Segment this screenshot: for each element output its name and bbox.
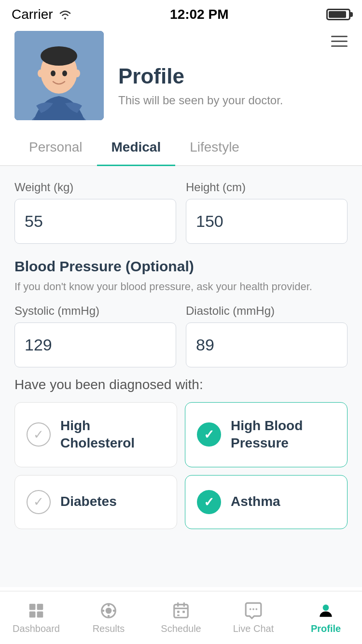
svg-point-15 <box>113 610 115 612</box>
svg-point-17 <box>102 610 105 612</box>
menu-button[interactable] <box>331 36 348 47</box>
results-icon <box>97 601 120 620</box>
svg-point-28 <box>323 604 329 611</box>
avatar <box>14 31 104 120</box>
weight-input[interactable]: 55 <box>14 199 176 244</box>
svg-point-13 <box>106 608 112 614</box>
condition-diabetes[interactable]: ✓ Diabetes <box>14 475 177 529</box>
chat-icon <box>242 601 265 620</box>
weight-group: Weight (kg) 55 <box>14 181 176 244</box>
nav-schedule[interactable]: Schedule <box>145 596 217 639</box>
systolic-label: Systolic (mmHg) <box>14 304 176 318</box>
condition-name-cholesterol: High Cholesterol <box>60 417 165 452</box>
nav-profile-label: Profile <box>311 623 341 634</box>
svg-rect-18 <box>174 604 188 617</box>
svg-rect-11 <box>37 612 43 618</box>
profile-header: Profile This will be seen by your doctor… <box>0 26 362 130</box>
svg-rect-10 <box>29 612 36 618</box>
height-group: Height (cm) 150 <box>186 181 348 244</box>
height-input[interactable]: 150 <box>186 199 348 244</box>
diastolic-label: Diastolic (mmHg) <box>186 304 348 318</box>
svg-point-6 <box>38 70 43 77</box>
svg-rect-24 <box>177 615 180 616</box>
blood-pressure-subtitle: If you don't know your blood pressure, a… <box>14 280 348 294</box>
diagnosis-grid: ✓ High Cholesterol ✓ High Blood Pressure… <box>14 402 348 529</box>
check-circle-diabetes: ✓ <box>27 490 51 514</box>
tab-lifestyle[interactable]: Lifestyle <box>175 130 254 166</box>
nav-profile[interactable]: Profile <box>290 596 362 639</box>
wifi-icon <box>58 9 72 20</box>
systolic-group: Systolic (mmHg) 129 <box>14 304 176 367</box>
tab-medical[interactable]: Medical <box>97 130 176 166</box>
profile-nav-icon <box>315 601 337 620</box>
svg-point-26 <box>252 608 254 610</box>
svg-rect-9 <box>37 604 43 610</box>
systolic-input[interactable]: 129 <box>14 322 176 367</box>
menu-line-2 <box>331 41 348 42</box>
svg-rect-8 <box>29 604 36 610</box>
condition-name-blood-pressure: High Blood Pressure <box>231 417 335 452</box>
diastolic-input[interactable]: 89 <box>186 322 348 367</box>
svg-point-16 <box>108 615 110 617</box>
nav-results[interactable]: Results <box>72 596 145 639</box>
menu-line-1 <box>331 36 348 37</box>
dashboard-icon <box>25 601 47 620</box>
menu-line-3 <box>331 45 348 47</box>
svg-point-7 <box>74 70 80 77</box>
svg-rect-22 <box>177 611 180 613</box>
svg-point-3 <box>41 46 77 66</box>
blood-pressure-title: Blood Pressure (Optional) <box>14 258 348 275</box>
time-display: 12:02 PM <box>170 7 228 22</box>
tab-personal[interactable]: Personal <box>14 130 97 166</box>
tab-bar: Personal Medical Lifestyle <box>0 130 362 166</box>
svg-point-25 <box>250 608 251 610</box>
carrier-text: Carrier <box>12 7 72 22</box>
check-circle-cholesterol: ✓ <box>27 422 51 447</box>
nav-schedule-label: Schedule <box>161 623 201 634</box>
nav-dashboard[interactable]: Dashboard <box>0 596 72 639</box>
condition-high-blood-pressure[interactable]: ✓ High Blood Pressure <box>185 402 348 467</box>
page-title: Profile <box>118 65 348 88</box>
svg-point-4 <box>51 70 56 76</box>
svg-point-14 <box>108 604 110 607</box>
nav-results-label: Results <box>93 623 125 634</box>
svg-rect-23 <box>182 611 185 613</box>
nav-live-chat[interactable]: Live Chat <box>217 596 290 639</box>
main-content: Weight (kg) 55 Height (cm) 150 Blood Pre… <box>0 166 362 587</box>
weight-label: Weight (kg) <box>14 181 176 194</box>
nav-dashboard-label: Dashboard <box>13 623 60 634</box>
weight-height-row: Weight (kg) 55 Height (cm) 150 <box>14 181 348 244</box>
schedule-icon <box>170 601 192 620</box>
height-label: Height (cm) <box>186 181 348 194</box>
check-circle-asthma: ✓ <box>197 490 221 514</box>
diastolic-group: Diastolic (mmHg) 89 <box>186 304 348 367</box>
header-text: Profile This will be seen by your doctor… <box>104 31 348 108</box>
battery-icon <box>326 9 350 20</box>
condition-high-cholesterol[interactable]: ✓ High Cholesterol <box>14 402 177 467</box>
condition-asthma[interactable]: ✓ Asthma <box>185 475 348 529</box>
svg-point-5 <box>62 70 67 76</box>
condition-name-asthma: Asthma <box>231 493 280 510</box>
diagnosis-label: Have you been diagnosed with: <box>14 377 348 392</box>
svg-point-27 <box>255 608 257 610</box>
bp-row: Systolic (mmHg) 129 Diastolic (mmHg) 89 <box>14 304 348 367</box>
bottom-nav: Dashboard Results <box>0 591 362 644</box>
status-bar: Carrier 12:02 PM <box>0 0 362 26</box>
nav-chat-label: Live Chat <box>233 623 274 634</box>
condition-name-diabetes: Diabetes <box>60 493 117 510</box>
header-subtitle: This will be seen by your doctor. <box>118 93 348 108</box>
check-circle-blood-pressure: ✓ <box>197 422 221 447</box>
